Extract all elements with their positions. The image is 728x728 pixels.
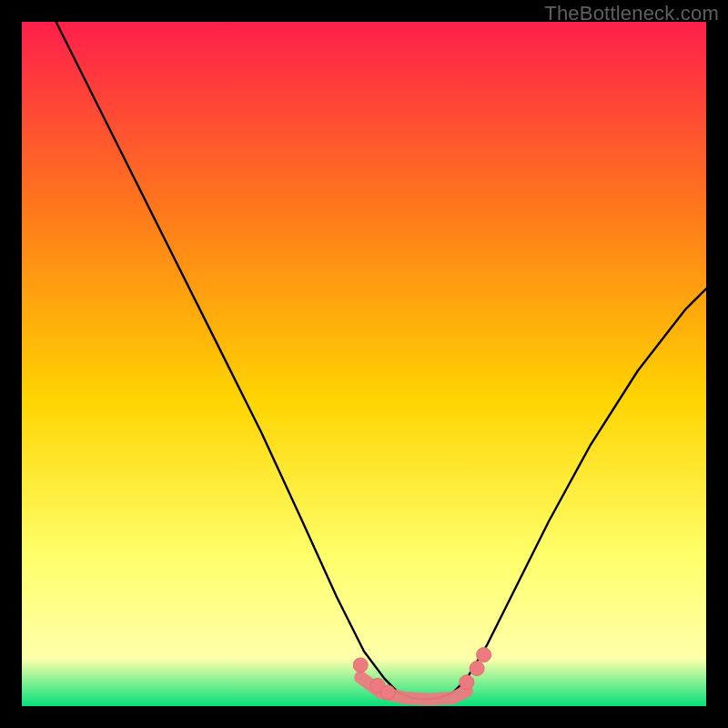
watermark-text: TheBottleneck.com — [544, 2, 719, 25]
curve-marker — [353, 658, 368, 672]
gradient-background — [22, 22, 706, 706]
curve-marker — [470, 662, 484, 676]
outer-frame: TheBottleneck.com — [0, 0, 728, 728]
curve-marker — [380, 685, 395, 700]
curve-marker — [460, 675, 474, 690]
plot-area — [22, 22, 706, 706]
curve-marker — [477, 648, 491, 662]
chart-svg — [22, 22, 706, 706]
